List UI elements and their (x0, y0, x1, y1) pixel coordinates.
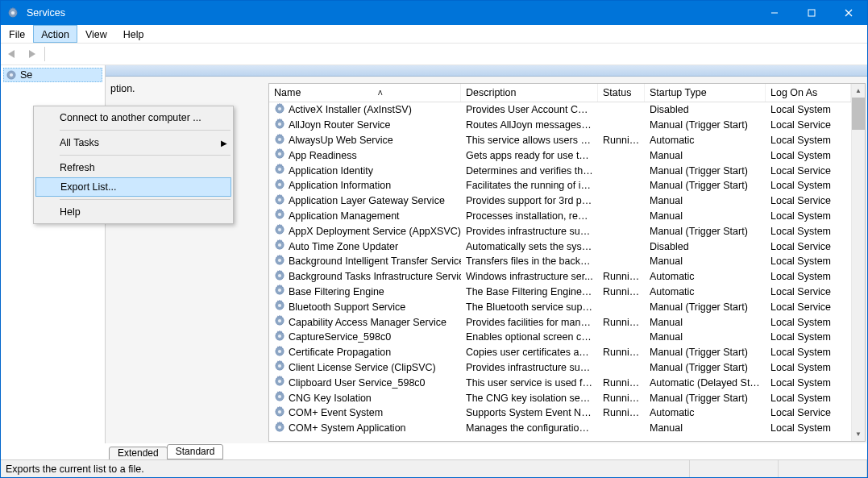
col-startup[interactable]: Startup Type (645, 84, 766, 102)
svg-point-9 (10, 73, 13, 77)
tab-standard[interactable]: Standard (167, 444, 224, 459)
tab-extended[interactable]: Extended (109, 447, 168, 459)
cell-status: Running (598, 270, 645, 283)
cell-logon: Local System (766, 134, 851, 147)
service-row[interactable]: App ReadinessGets apps ready for use the… (269, 148, 851, 163)
service-row[interactable]: Auto Time Zone UpdaterAutomatically sets… (269, 239, 851, 254)
cell-status (598, 215, 645, 217)
col-name[interactable]: Nameᐱ (269, 84, 461, 102)
cell-startup: Manual (Trigger Start) (645, 301, 766, 314)
gear-icon (274, 164, 285, 177)
cell-startup: Manual (645, 330, 766, 343)
gear-icon (274, 300, 285, 314)
service-name: Application Layer Gateway Service (289, 195, 445, 206)
tree-root-item[interactable]: Se (3, 68, 102, 82)
service-row[interactable]: Bluetooth Support ServiceThe Bluetooth s… (269, 299, 851, 314)
svg-point-29 (278, 243, 281, 247)
service-row[interactable]: Clipboard User Service_598c0This user se… (269, 375, 851, 390)
gear-icon (274, 209, 285, 222)
scroll-thumb[interactable] (852, 98, 865, 130)
svg-point-35 (278, 289, 281, 292)
service-row[interactable]: COM+ Event SystemSupports System Event N… (269, 405, 851, 421)
service-row[interactable]: Client License Service (ClipSVC)Provides… (269, 360, 851, 376)
svg-point-45 (278, 364, 281, 368)
menu-item-all-tasks[interactable]: All Tasks▶ (35, 133, 231, 152)
cell-logon: Local Service (766, 240, 851, 253)
menu-action[interactable]: Action (33, 25, 77, 43)
service-name: Base Filtering Engine (289, 286, 384, 297)
menu-view[interactable]: View (77, 25, 115, 43)
svg-point-39 (278, 319, 281, 322)
menu-separator (60, 155, 230, 156)
cell-startup: Manual (Trigger Start) (645, 361, 766, 374)
vertical-scrollbar[interactable]: ▲ ▼ (851, 84, 865, 441)
menu-help[interactable]: Help (115, 25, 152, 43)
service-row[interactable]: Application IdentityDetermines and verif… (269, 163, 851, 178)
cell-name: Bluetooth Support Service (269, 299, 461, 314)
menu-file[interactable]: File (1, 25, 33, 43)
minimize-button[interactable] (756, 1, 793, 25)
menu-item-refresh[interactable]: Refresh (35, 158, 231, 177)
submenu-arrow-icon: ▶ (217, 139, 231, 148)
scroll-up-button[interactable]: ▲ (852, 84, 865, 98)
svg-point-25 (278, 213, 281, 216)
forward-button[interactable] (23, 46, 39, 62)
col-description[interactable]: Description (461, 84, 598, 102)
service-row[interactable]: CNG Key IsolationThe CNG key isolation s… (269, 390, 851, 405)
menu-item-export-list[interactable]: Export List... (35, 177, 231, 197)
service-row[interactable]: Capability Access Manager ServiceProvide… (269, 314, 851, 330)
window-controls (756, 1, 867, 25)
service-row[interactable]: Background Intelligent Transfer ServiceT… (269, 254, 851, 269)
scroll-down-button[interactable]: ▼ (852, 427, 865, 441)
cell-name: Clipboard User Service_598c0 (269, 375, 461, 390)
service-name: Auto Time Zone Updater (289, 241, 398, 252)
service-row[interactable]: ActiveX Installer (AxInstSV)Provides Use… (269, 102, 851, 118)
gear-icon (274, 118, 285, 132)
cell-description: Provides infrastructure sup... (461, 361, 598, 374)
svg-point-21 (278, 183, 281, 186)
close-button[interactable] (830, 1, 867, 25)
scroll-track[interactable] (852, 130, 865, 427)
service-row[interactable]: Base Filtering EngineThe Base Filtering … (269, 285, 851, 300)
gear-icon (274, 103, 285, 117)
col-logon[interactable]: Log On As (766, 84, 851, 102)
cell-name: Auto Time Zone Updater (269, 239, 461, 254)
svg-marker-6 (8, 50, 15, 58)
svg-point-1 (11, 11, 15, 15)
maximize-button[interactable] (793, 1, 830, 25)
service-row[interactable]: Certificate PropagationCopies user certi… (269, 345, 851, 360)
gear-icon (274, 148, 285, 162)
detail-description-fragment: ption. (110, 83, 135, 94)
service-name: AlwaysUp Web Service (289, 135, 393, 146)
service-row[interactable]: CaptureService_598c0Enables optional scr… (269, 330, 851, 345)
cell-description: Supports System Event Noti... (461, 406, 598, 419)
cell-startup: Manual (645, 422, 766, 434)
service-row[interactable]: Application Layer Gateway ServiceProvide… (269, 193, 851, 209)
tree-root-label: Se (20, 69, 32, 81)
menu-item-help[interactable]: Help (35, 202, 231, 222)
service-name: COM+ System Application (289, 422, 406, 434)
service-row[interactable]: AllJoyn Router ServiceRoutes AllJoyn mes… (269, 118, 851, 133)
service-row[interactable]: Background Tasks Infrastructure ServiceW… (269, 269, 851, 285)
cell-startup: Disabled (645, 240, 766, 253)
cell-status: Running (598, 392, 645, 405)
cell-description: Routes AllJoyn messages fo... (461, 118, 598, 131)
svg-point-11 (278, 107, 281, 110)
cell-description: Provides facilities for mana... (461, 316, 598, 329)
service-row[interactable]: AppX Deployment Service (AppXSVC)Provide… (269, 223, 851, 239)
service-row[interactable]: COM+ System ApplicationManages the confi… (269, 421, 851, 436)
cell-logon: Local System (766, 225, 851, 238)
menu-item-connect-to-another-computer[interactable]: Connect to another computer ... (35, 108, 231, 127)
gear-icon (274, 315, 285, 329)
service-row[interactable]: AlwaysUp Web ServiceThis service allows … (269, 133, 851, 148)
cell-name: Application Layer Gateway Service (269, 193, 461, 209)
svg-rect-3 (808, 10, 815, 16)
grid-body[interactable]: ActiveX Installer (AxInstSV)Provides Use… (269, 102, 851, 441)
col-status[interactable]: Status (598, 84, 645, 102)
service-row[interactable]: Application InformationFacilitates the r… (269, 178, 851, 193)
app-icon (1, 7, 25, 19)
back-button[interactable] (4, 46, 20, 62)
gear-icon (274, 330, 285, 344)
service-row[interactable]: Application ManagementProcesses installa… (269, 209, 851, 224)
svg-point-27 (278, 228, 281, 231)
